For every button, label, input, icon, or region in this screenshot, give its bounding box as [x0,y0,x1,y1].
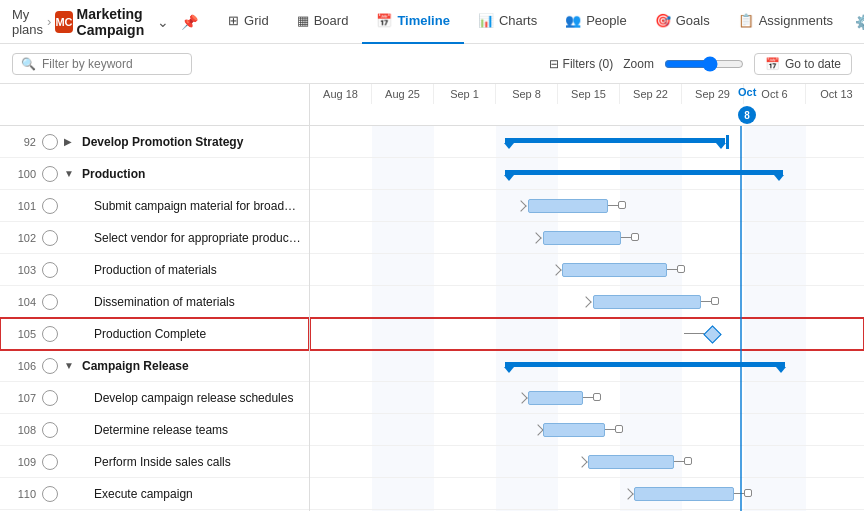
gantt-row-92 [310,126,864,158]
breadcrumb-sep: › [47,14,51,29]
settings-btn[interactable]: ⚙️ [851,10,864,34]
people-icon: 👥 [565,13,581,28]
search-box[interactable]: 🔍 [12,53,192,75]
timeline-container: Aug 18 Aug 25 Sep 1 Sep 8 Sep 15 Sep 22 … [0,84,864,511]
row-name: Production of materials [82,263,301,277]
task-row: 103 Production of materials [0,254,309,286]
summary-arrow-right [774,175,784,181]
grid-icon: ⊞ [228,13,239,28]
task-row: 92 ▶ Develop Promotion Strategy [0,126,309,158]
gantt-bar [528,391,583,405]
row-name: Campaign Release [82,359,301,373]
summary-bar [505,138,725,143]
search-input[interactable] [42,57,182,71]
gantt-area [310,126,864,511]
tab-grid[interactable]: ⊞ Grid [214,0,283,44]
task-row: 101 Submit campaign material for broadca… [0,190,309,222]
row-name: Determine release teams [82,423,301,437]
gantt-row-102 [310,222,864,254]
gantt-date-header: Aug 18 Aug 25 Sep 1 Sep 8 Sep 15 Sep 22 … [310,84,864,125]
row-id: 107 [8,392,36,404]
task-row: 109 Perform Inside sales calls [0,446,309,478]
project-title: Marketing Campaign [77,6,150,38]
timeline-icon: 📅 [376,13,392,28]
connector-arrow [516,392,527,403]
gantt-bar [588,455,674,469]
row-check[interactable] [42,326,58,342]
task-row: 102 Select vendor for appropriate produc… [0,222,309,254]
row-check[interactable] [42,422,58,438]
row-name: Select vendor for appropriate production… [82,231,301,245]
date-sep8: Sep 8 [496,84,558,104]
zoom-slider[interactable] [664,56,744,72]
filter-btn[interactable]: ⊟ Filters (0) [549,57,614,71]
assignments-icon: 📋 [738,13,754,28]
task-row: 104 Dissemination of materials [0,286,309,318]
connector-box [711,297,719,305]
project-avatar: MC [55,11,72,33]
date-aug18: Aug 18 [310,84,372,104]
row-check[interactable] [42,134,58,150]
tab-board[interactable]: ▦ Board [283,0,363,44]
date-sep29: Sep 29 [682,84,744,104]
row-check[interactable] [42,486,58,502]
row-check[interactable] [42,390,58,406]
top-nav: My plans › MC Marketing Campaign ⌄ 📌 ⊞ G… [0,0,864,44]
gantt-row-104 [310,286,864,318]
charts-icon: 📊 [478,13,494,28]
connector-arrow [532,424,543,435]
gantt-bar [543,231,621,245]
toolbar-right: ⊟ Filters (0) Zoom 📅 Go to date [549,53,852,75]
gantt-endpoint [726,135,729,149]
row-name: Submit campaign material for broadcast p… [82,199,301,213]
row-name: Production Complete [82,327,301,341]
task-row: 110 Execute campaign [0,478,309,510]
gantt-row-108 [310,414,864,446]
summary-arrow-right [716,143,726,149]
gantt-row-109 [310,446,864,478]
tab-assignments[interactable]: 📋 Assignments [724,0,847,44]
connector-arrow [530,232,541,243]
row-check[interactable] [42,198,58,214]
row-check[interactable] [42,166,58,182]
goto-date-btn[interactable]: 📅 Go to date [754,53,852,75]
connector-box [593,393,601,401]
calendar-icon: 📅 [765,57,780,71]
tab-goals[interactable]: 🎯 Goals [641,0,724,44]
row-id: 108 [8,424,36,436]
my-plans-link[interactable]: My plans [12,7,43,37]
milestone-diamond [703,325,721,343]
row-check[interactable] [42,358,58,374]
project-chevron-btn[interactable]: ⌄ [153,10,173,34]
gantt-row-101 [310,190,864,222]
summary-arrow-left [504,143,514,149]
connector-arrow [550,264,561,275]
row-id: 110 [8,488,36,500]
row-check[interactable] [42,262,58,278]
today-line [740,126,742,511]
row-id: 92 [8,136,36,148]
row-check[interactable] [42,230,58,246]
timeline-header: Aug 18 Aug 25 Sep 1 Sep 8 Sep 15 Sep 22 … [0,84,864,126]
row-check[interactable] [42,454,58,470]
expand-icon[interactable]: ▼ [64,360,76,371]
today-badge: 8 [738,106,756,124]
row-id: 103 [8,264,36,276]
connector-box [677,265,685,273]
connector-box [615,425,623,433]
row-id: 105 [8,328,36,340]
row-check[interactable] [42,294,58,310]
expand-icon[interactable]: ▶ [64,136,76,147]
tab-timeline[interactable]: 📅 Timeline [362,0,464,44]
timeline-body: 92 ▶ Develop Promotion Strategy 100 ▼ Pr… [0,126,864,511]
pin-btn[interactable]: 📌 [177,10,202,34]
zoom-label: Zoom [623,57,654,71]
right-nav-icons: ⚙️ 👤 [851,10,864,34]
expand-icon[interactable]: ▼ [64,168,76,179]
tab-charts[interactable]: 📊 Charts [464,0,551,44]
date-aug25: Aug 25 [372,84,434,104]
row-name: Develop campaign release schedules [82,391,301,405]
tab-people[interactable]: 👥 People [551,0,640,44]
gantt-row-106 [310,350,864,382]
row-id: 104 [8,296,36,308]
